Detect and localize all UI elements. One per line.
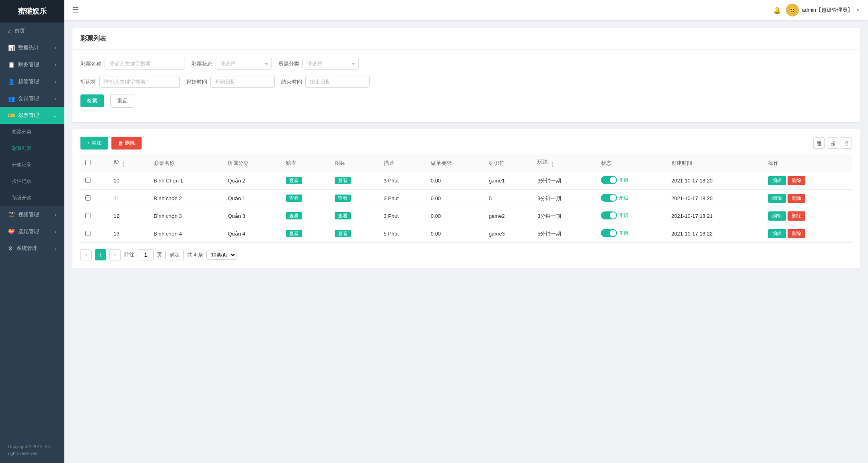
status-toggle[interactable]: 开启 <box>601 194 628 202</box>
col-created: 创建时间 <box>666 154 763 172</box>
page-1-button[interactable]: 1 <box>95 249 106 260</box>
member-icon: 👥 <box>8 95 15 102</box>
col-lottery-name: 彩票名称 <box>149 154 223 172</box>
next-page-button[interactable]: › <box>109 249 121 260</box>
status-toggle[interactable]: 开启 <box>601 176 628 184</box>
identifier-input[interactable] <box>99 76 180 88</box>
row-odds: 查看 <box>281 190 330 207</box>
toggle-switch[interactable] <box>601 176 617 184</box>
system-icon: ⚙ <box>8 245 13 252</box>
table-row: 10 Bình Chọn 1 Quản 2 查看 查看 3 Phút 0.00 … <box>80 172 852 190</box>
lottery-status-select[interactable]: 请选择 开启 关闭 <box>216 58 272 70</box>
sidebar-item-data-stats[interactable]: 📊 数据统计 › <box>0 39 64 56</box>
sidebar-item-member[interactable]: 👥 会员管理 › <box>0 90 64 107</box>
edit-button[interactable]: 编辑 <box>768 194 786 203</box>
row-select-checkbox[interactable] <box>85 178 91 183</box>
sidebar-item-bet-records[interactable]: 投注记录 <box>0 173 64 190</box>
edit-button[interactable]: 编辑 <box>768 211 786 221</box>
row-status: 开启 <box>596 190 666 207</box>
reset-button[interactable]: 重置 <box>110 94 134 108</box>
delete-button[interactable]: 删除 <box>788 194 805 203</box>
export-button[interactable]: ⎙ <box>841 137 852 149</box>
row-desc: 3 Phút <box>379 172 426 190</box>
sidebar-item-finance[interactable]: 📋 财务管理 › <box>0 56 64 73</box>
filter-row-1: 彩票名称 彩票状态 请选择 开启 关闭 所属分类 <box>80 58 852 70</box>
batch-delete-button[interactable]: 🗑 删除 <box>111 137 142 150</box>
sidebar-item-super-admin[interactable]: 👤 超管管理 › <box>0 73 64 90</box>
status-toggle[interactable]: 开启 <box>601 211 628 219</box>
avatar-emoji: 😊 <box>788 6 796 14</box>
sort-gameplay[interactable]: ▲ ▼ <box>551 161 554 168</box>
sidebar-item-system[interactable]: ⚙ 系统管理 › <box>0 240 64 257</box>
toggle-switch[interactable] <box>601 194 617 202</box>
row-odds: 查看 <box>281 207 330 225</box>
grid-icon: ▦ <box>817 140 822 146</box>
end-time-input[interactable] <box>305 76 370 88</box>
category-select[interactable]: 请选择 <box>302 58 359 70</box>
sidebar-item-order[interactable]: 💝 选妃管理 › <box>0 223 64 240</box>
prev-page-button[interactable]: ‹ <box>80 249 92 260</box>
print-button[interactable]: 🖨 <box>827 137 838 149</box>
toggle-switch[interactable] <box>601 211 617 219</box>
add-button[interactable]: + 添加 <box>80 137 108 150</box>
delete-button[interactable]: 删除 <box>788 211 805 221</box>
col-desc: 描述 <box>379 154 426 172</box>
toolbar: + 添加 🗑 删除 ▦ 🖨 <box>80 137 852 150</box>
row-odds: 查看 <box>281 225 330 243</box>
total-records-label: 共 4 条 <box>187 251 203 258</box>
view-icon-button[interactable]: 查看 <box>335 212 351 219</box>
delete-button[interactable]: 删除 <box>788 176 805 185</box>
row-identifier: 5 <box>484 190 533 207</box>
chevron-right-icon: › <box>55 229 56 234</box>
sidebar-item-draw-records[interactable]: 开奖记录 <box>0 157 64 173</box>
row-name: Bình chọn 2 <box>149 190 223 207</box>
view-odds-button[interactable]: 查看 <box>286 230 302 237</box>
row-select-checkbox[interactable] <box>85 213 91 218</box>
start-time-input[interactable] <box>210 76 275 88</box>
identifier-group: 标识符 <box>80 76 180 88</box>
per-page-select[interactable]: 10条/页 20条/页 50条/页 <box>206 250 237 260</box>
view-icon-button[interactable]: 查看 <box>335 177 351 184</box>
sidebar-submenu-label: 开奖记录 <box>12 162 31 168</box>
sidebar-item-lottery-list[interactable]: 彩票列表 <box>0 140 64 157</box>
view-odds-button[interactable]: 查看 <box>286 212 302 219</box>
confirm-page-button[interactable]: 确定 <box>165 250 184 260</box>
export-icon: ⎙ <box>845 140 848 146</box>
row-select-checkbox[interactable] <box>85 195 91 201</box>
delete-button[interactable]: 删除 <box>788 229 805 238</box>
view-icon-button[interactable]: 查看 <box>335 195 351 202</box>
hamburger-button[interactable]: ☰ <box>72 6 79 14</box>
row-icon: 查看 <box>330 225 379 243</box>
finance-icon: 📋 <box>8 61 15 68</box>
table-row: 11 Bình chọn 2 Quản 1 查看 查看 3 Phút 0.00 … <box>80 190 852 207</box>
notification-bell-icon[interactable]: 🔔 <box>773 6 781 14</box>
row-category: Quản 2 <box>223 172 281 190</box>
user-menu[interactable]: 😊 admin【超级管理员】 ▼ <box>786 4 860 16</box>
sidebar-item-lottery[interactable]: 🎫 彩票管理 ⌄ <box>0 107 64 124</box>
sort-id[interactable]: ▲ ▼ <box>122 161 125 168</box>
view-icon-button[interactable]: 查看 <box>335 230 351 237</box>
grid-view-button[interactable]: ▦ <box>813 137 825 149</box>
row-actions: 编辑 删除 <box>763 172 852 190</box>
select-all-checkbox[interactable] <box>85 160 91 165</box>
status-toggle[interactable]: 开启 <box>601 229 628 237</box>
row-select-checkbox[interactable] <box>85 231 91 236</box>
view-odds-button[interactable]: 查看 <box>286 195 302 202</box>
search-button[interactable]: 检索 <box>80 94 104 107</box>
sidebar-item-pre-draw[interactable]: 预设开奖 <box>0 190 64 206</box>
view-odds-button[interactable]: 查看 <box>286 177 302 184</box>
batch-del-label: 删除 <box>125 139 135 147</box>
filter-row-2: 标识符 起始时间 结束时间 <box>80 76 852 88</box>
edit-button[interactable]: 编辑 <box>768 229 786 238</box>
page-number-input[interactable] <box>138 249 154 260</box>
toggle-switch[interactable] <box>601 229 617 237</box>
filter-buttons: 检索 重置 <box>80 94 852 108</box>
edit-button[interactable]: 编辑 <box>768 176 786 185</box>
row-category: Quản 4 <box>223 225 281 243</box>
table-card: + 添加 🗑 删除 ▦ 🖨 <box>72 129 860 268</box>
sidebar-item-video[interactable]: 🎬 视频管理 › <box>0 206 64 223</box>
lottery-name-input[interactable] <box>105 58 185 70</box>
chart-icon: 📊 <box>8 45 15 51</box>
sidebar-item-home[interactable]: ⌂ 首页 <box>0 23 64 39</box>
sidebar-item-lottery-category[interactable]: 彩票分类 <box>0 124 64 140</box>
